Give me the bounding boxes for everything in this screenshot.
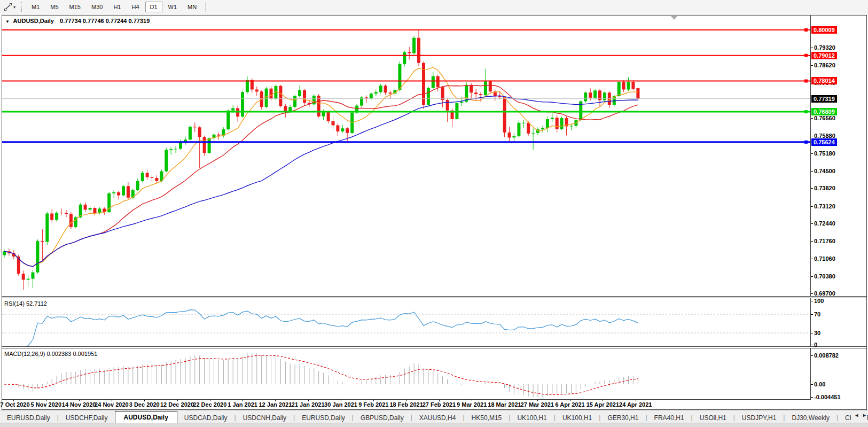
timeframe-button-m30[interactable]: M30 <box>87 2 107 12</box>
symbol-period-label: AUDUSD,Daily <box>13 18 54 24</box>
timeframe-button-m1[interactable]: M1 <box>27 2 44 12</box>
tab-usdjpy-h1[interactable]: USDJPY,H1 <box>735 413 783 423</box>
tab-eurusd-daily[interactable]: EURUSD,Daily <box>295 413 352 423</box>
ma-fast-line <box>4 67 638 267</box>
tab-usoil-h1[interactable]: USOil,H1 <box>693 413 733 423</box>
tab-fra40-h1[interactable]: FRA40,H1 <box>647 413 691 423</box>
price-chart-canvas[interactable] <box>2 15 810 296</box>
tab-audusd-daily[interactable]: AUDUSD,Daily <box>115 411 177 423</box>
timeframe-button-w1[interactable]: W1 <box>163 2 182 12</box>
rsi-label: RSI(14) 52.7112 <box>4 300 47 307</box>
tab-dj30-weekly[interactable]: DJ30,Weekly <box>785 413 836 423</box>
tab-uk100-h1[interactable]: UK100,H1 <box>556 413 599 423</box>
ohlc-values: 0.77734 0.77746 0.77244 0.77319 <box>60 18 150 24</box>
rsi-line <box>9 310 638 346</box>
tab-usdcad-daily[interactable]: USDCAD,Daily <box>177 413 234 423</box>
rsi-chart-canvas[interactable] <box>2 299 810 346</box>
macd-label: MACD(12,26,9) 0.002383 0.001951 <box>4 351 97 357</box>
tab-eurusd-daily[interactable]: EURUSD,Daily <box>0 413 57 423</box>
rsi-pane-splitter[interactable] <box>2 296 866 298</box>
macd-chart-canvas[interactable] <box>2 349 810 399</box>
bottom-strip <box>0 423 868 427</box>
toolbar-grip[interactable] <box>20 2 22 12</box>
chart-title: ▼ AUDUSD,Daily 0.77734 0.77746 0.77244 0… <box>5 18 150 24</box>
timeframe-button-m15[interactable]: M15 <box>65 2 85 12</box>
crosshair-tool-icon[interactable] <box>3 2 13 12</box>
tab-usdchf-daily[interactable]: USDCHF,Daily <box>59 413 115 423</box>
candles-layer <box>3 30 639 290</box>
mt4-application: ▾ M1M5M15M30H1H4D1W1MN ▼ AUDUSD,Daily 0.… <box>0 0 868 427</box>
timeframe-button-h1[interactable]: H1 <box>108 2 126 12</box>
date-axis-line <box>2 399 811 400</box>
tab-ger30-h1[interactable]: GER30,H1 <box>600 413 645 423</box>
macd-pane-splitter[interactable] <box>2 346 866 348</box>
tab-usdcnh-daily[interactable]: USDCNH,Daily <box>236 413 293 423</box>
tab-uk100-h1[interactable]: UK100,H1 <box>510 413 553 423</box>
chart-tab-bar: EURUSD,Daily|USDCHF,DailyAUDUSD,DailyUSD… <box>0 410 868 423</box>
timeframe-button-h4[interactable]: H4 <box>127 2 144 12</box>
collapse-triangle-icon[interactable]: ▼ <box>5 19 10 24</box>
tab-xauusd-h4[interactable]: XAUUSD,H4 <box>412 413 463 423</box>
toolbar-separator <box>205 2 206 12</box>
chevron-down-icon[interactable]: ▾ <box>13 5 15 10</box>
timeframe-button-mn[interactable]: MN <box>183 2 201 12</box>
tab-gbpusd-daily[interactable]: GBPUSD,Daily <box>354 413 411 423</box>
timeframe-button-d1[interactable]: D1 <box>145 2 162 12</box>
ma-slow-line <box>4 96 638 266</box>
price-axis-line <box>810 15 811 399</box>
tab-hk50-m15[interactable]: HK50,M15 <box>465 413 509 423</box>
timeframe-button-m5[interactable]: M5 <box>45 2 63 12</box>
timeframe-toolbar: ▾ M1M5M15M30H1H4D1W1MN <box>0 0 868 14</box>
